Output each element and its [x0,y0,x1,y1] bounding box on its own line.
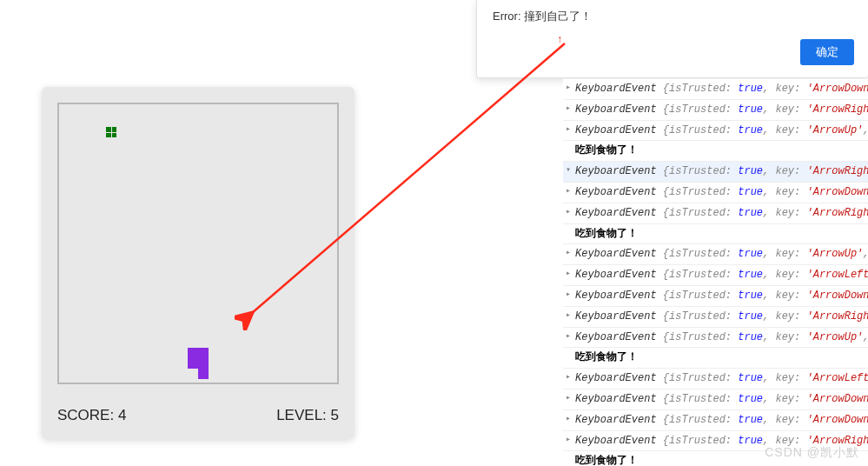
log-row[interactable]: 吃到食物了！ [563,347,868,368]
log-row[interactable]: 吃到食物了！ [563,140,868,161]
alert-dialog: Error: 撞到自己了！ ↑ 确定 [476,0,868,78]
snake-block [198,358,209,369]
food [106,127,116,137]
game-board [57,103,339,384]
log-row[interactable]: KeyboardEvent {isTrusted: true, key: 'Ar… [563,78,868,99]
snake-block [198,348,209,358]
log-row[interactable]: KeyboardEvent {isTrusted: true, key: 'Ar… [563,161,868,182]
confirm-button[interactable]: 确定 [800,39,854,65]
score-text: SCORE: 4 [57,407,126,424]
log-row[interactable]: KeyboardEvent {isTrusted: true, key: 'Ar… [563,409,868,430]
snake-block [188,358,198,369]
log-row[interactable]: KeyboardEvent {isTrusted: true, key: 'Ar… [563,182,868,203]
log-row[interactable]: KeyboardEvent {isTrusted: true, key: 'Ar… [563,203,868,223]
snake-block [188,348,198,358]
log-row[interactable]: KeyboardEvent {isTrusted: true, key: 'Ar… [563,243,868,264]
log-row[interactable]: KeyboardEvent {isTrusted: true, key: 'Ar… [563,327,868,348]
log-ate: 吃到食物了！ [575,144,638,156]
log-ate: 吃到食物了！ [575,455,638,466]
score-bar: SCORE: 4 LEVEL: 5 [57,407,339,424]
level-text: LEVEL: 5 [276,407,339,424]
game-panel: SCORE: 4 LEVEL: 5 [42,87,354,439]
log-row[interactable]: KeyboardEvent {isTrusted: true, key: 'Ar… [563,389,868,409]
console-panel: KeyboardEvent {isTrusted: true, key: 'Ar… [563,78,868,466]
log-row[interactable]: KeyboardEvent {isTrusted: true, key: 'Ar… [563,285,868,306]
log-row[interactable]: KeyboardEvent {isTrusted: true, key: 'Ar… [563,99,868,120]
log-row[interactable]: 吃到食物了！ [563,223,868,244]
caret-icon: ↑ [557,33,562,45]
snake-block [198,369,209,379]
watermark: CSDN @凯小默 [765,445,859,461]
log-row[interactable]: KeyboardEvent {isTrusted: true, key: 'Ar… [563,120,868,141]
log-row[interactable]: KeyboardEvent {isTrusted: true, key: 'Ar… [563,264,868,285]
alert-message: Error: 撞到自己了！ [493,9,852,24]
log-row[interactable]: KeyboardEvent {isTrusted: true, key: 'Ar… [563,306,868,327]
log-ate: 吃到食物了！ [575,351,638,363]
log-ate: 吃到食物了！ [575,228,638,240]
log-row[interactable]: KeyboardEvent {isTrusted: true, key: 'Ar… [563,368,868,389]
